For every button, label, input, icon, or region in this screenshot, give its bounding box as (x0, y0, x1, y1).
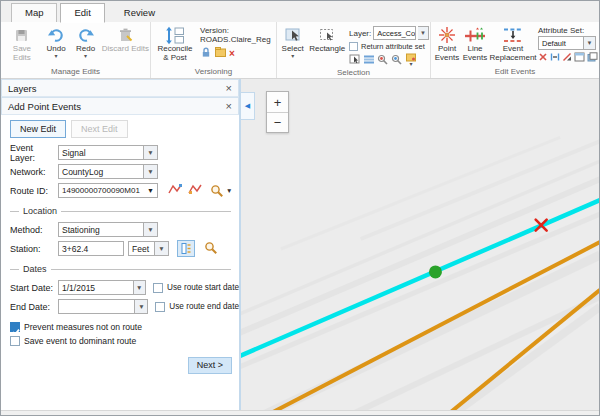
close-icon[interactable]: × (226, 83, 232, 93)
zoom-to-station-icon[interactable] (204, 241, 218, 256)
add-point-events-header: Add Point Events × (1, 97, 239, 115)
map-background (241, 79, 600, 411)
method-select[interactable]: Stationing (58, 222, 144, 237)
chevron-down-icon[interactable]: ▼ (147, 187, 154, 194)
zoom-out-button[interactable]: − (267, 112, 288, 132)
layer-select[interactable]: Access_Control (373, 26, 416, 40)
reconcile-post-label: Reconcile & Post (154, 45, 196, 62)
prevent-measures-row: Prevent measures not on route (10, 321, 239, 332)
select-route-on-map-icon[interactable] (168, 183, 182, 198)
delete-event-icon[interactable] (538, 52, 548, 64)
lock-icon[interactable] (200, 46, 212, 60)
discard-edits-button[interactable]: Discard Edits (102, 24, 149, 55)
route-id-combobox[interactable]: 14900000700090M01 ▼ (58, 183, 158, 198)
prevent-measures-label: Prevent measures not on route (24, 322, 142, 332)
ribbon: Save Edits Undo ▾ Redo ▾ (1, 22, 599, 79)
attributes-list-icon[interactable] (363, 54, 375, 67)
map-zoom-control: + − (266, 91, 289, 133)
use-route-start-date-checkbox[interactable] (153, 283, 163, 293)
prevent-measures-checkbox[interactable] (10, 322, 20, 332)
save-edits-button[interactable]: Save Edits (4, 24, 40, 63)
station-input[interactable]: 3+62.4 (58, 241, 124, 256)
route-id-row: Route ID: 14900000700090M01 ▼ ▼ (10, 183, 239, 198)
undo-icon (47, 25, 65, 45)
event-layer-select[interactable]: Signal (58, 145, 144, 160)
group-selection: Select ▾ Rectangle Layer: Access_Control… (277, 22, 431, 78)
copy-events-icon[interactable] (587, 52, 598, 64)
station-picker-button[interactable] (177, 240, 195, 257)
app-window: Map Edit Review Save Edits Undo ▾ (0, 0, 600, 416)
map-view[interactable]: ◀ + − (241, 79, 600, 412)
rectangle-select-button[interactable]: Rectangle (308, 24, 346, 55)
route-id-label: Route ID: (10, 186, 58, 196)
network-row: Network: CountyLog ▼ (10, 164, 239, 179)
event-point-marker[interactable] (429, 265, 442, 278)
chevron-down-icon[interactable]: ▼ (135, 299, 148, 314)
next-edit-button[interactable]: Next Edit (71, 120, 128, 138)
network-select[interactable]: CountyLog (58, 164, 144, 179)
dates-section-divider: Dates (10, 264, 231, 274)
reconcile-post-button[interactable]: Reconcile & Post (154, 24, 196, 63)
station-row: Station: 3+62.4 Feet ▼ (10, 241, 239, 256)
reconcile-icon (165, 25, 186, 45)
select-features-icon[interactable] (349, 54, 361, 67)
end-date-input[interactable] (58, 299, 135, 314)
event-replacement-button[interactable]: Event Replacement (490, 24, 536, 63)
zoom-in-button[interactable]: + (267, 92, 288, 112)
retire-event-icon[interactable] (562, 52, 572, 64)
chevron-down-icon: ▼ (226, 187, 232, 194)
return-attribute-set-label: Return attribute set (361, 42, 425, 51)
tab-map[interactable]: Map (11, 3, 57, 22)
clear-selection-icon[interactable]: ▾ (405, 53, 417, 67)
point-events-button[interactable]: Point Events (434, 24, 460, 63)
save-dominant-checkbox[interactable] (10, 336, 20, 346)
line-events-icon (464, 25, 486, 45)
use-route-end-date-checkbox[interactable] (155, 302, 165, 312)
redo-icon (77, 25, 95, 45)
layer-label: Layer: (349, 29, 371, 38)
layers-pane-header: Layers × (1, 79, 239, 97)
group-label-edit-events: Edit Events (431, 66, 599, 78)
tab-edit[interactable]: Edit (60, 3, 104, 23)
chevron-down-icon[interactable]: ▼ (155, 241, 169, 256)
event-replacement-label: Event Replacement (489, 45, 536, 62)
chevron-down-icon[interactable]: ▼ (584, 36, 596, 50)
end-date-row: End Date: ▼ Use route end date (10, 299, 239, 314)
station-label: Station: (10, 244, 58, 254)
split-event-icon[interactable] (550, 52, 560, 64)
close-icon[interactable]: × (226, 101, 232, 111)
magnifier-icon (210, 184, 224, 197)
new-edit-button[interactable]: New Edit (10, 120, 66, 138)
line-events-button[interactable]: Line Events (462, 24, 488, 63)
new-version-icon[interactable] (214, 46, 227, 60)
select-button[interactable]: Select ▾ (280, 24, 305, 60)
station-units-select[interactable]: Feet (128, 241, 155, 256)
end-date-label: End Date: (10, 302, 58, 312)
zoom-to-route-button[interactable]: ▼ (210, 184, 232, 197)
return-attribute-set-checkbox[interactable] (349, 42, 358, 51)
chevron-down-icon[interactable]: ▼ (144, 164, 158, 179)
start-date-input[interactable]: 1/1/2015 (58, 280, 134, 295)
chevron-down-icon[interactable]: ▼ (134, 280, 147, 295)
save-edits-label: Save Edits (4, 45, 40, 62)
select-route-from-selection-icon[interactable] (188, 183, 202, 198)
chevron-down-icon[interactable]: ▼ (418, 26, 429, 40)
undo-button[interactable]: Undo ▾ (43, 24, 69, 60)
tab-review[interactable]: Review (111, 4, 168, 22)
event-attributes-window-icon[interactable] (574, 52, 585, 64)
line-events-label: Line Events (462, 45, 488, 62)
group-edit-events: Point Events Line Events Event Replaceme… (431, 22, 599, 78)
collapse-pane-button[interactable]: ◀ (241, 92, 255, 120)
rectangle-select-label: Rectangle (309, 45, 345, 54)
zoom-to-selection-icon[interactable] (377, 54, 389, 67)
chevron-down-icon[interactable]: ▼ (144, 222, 158, 237)
trash-icon (117, 25, 134, 45)
chevron-down-icon[interactable]: ▼ (144, 145, 158, 160)
attribute-set-select[interactable]: Default (538, 36, 584, 50)
next-button[interactable]: Next > (188, 357, 232, 374)
redo-button[interactable]: Redo ▾ (72, 24, 98, 60)
pan-to-selection-icon[interactable] (391, 54, 403, 67)
delete-version-icon[interactable]: × (229, 49, 235, 58)
location-section-divider: Location (10, 206, 231, 216)
location-section-title: Location (23, 206, 57, 216)
